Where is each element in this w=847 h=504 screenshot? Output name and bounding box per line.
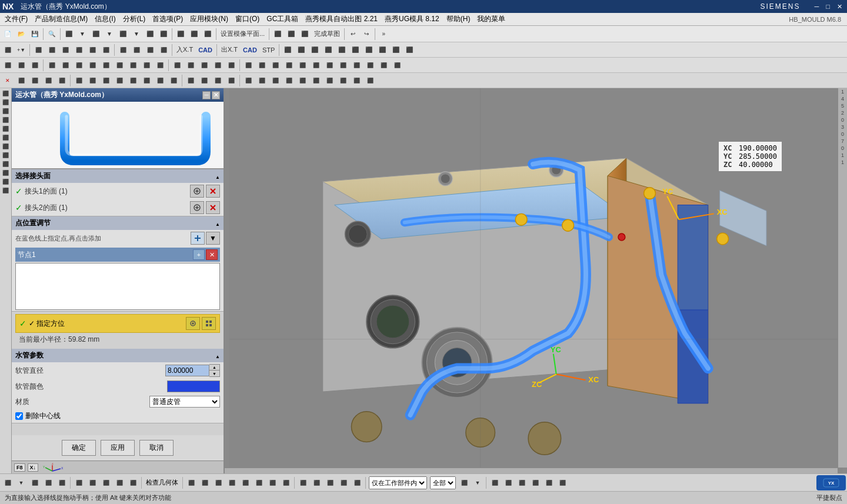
tb4-icon27[interactable]: ⬛ xyxy=(364,74,376,87)
tb3-icon16[interactable]: ⬛ xyxy=(211,59,224,72)
bt-more-icons3[interactable]: ⬛ xyxy=(515,476,528,489)
tb-icon6[interactable]: ▼ xyxy=(130,28,143,41)
sidebar-nav-6[interactable]: ⬛ xyxy=(1,133,10,142)
menu-prefs[interactable]: 首选项(P) xyxy=(149,13,186,25)
bt-more-icons1[interactable]: ⬛ xyxy=(488,476,501,489)
tb3-icon29[interactable]: ⬛ xyxy=(391,59,404,72)
face1-add-button[interactable] xyxy=(190,185,204,198)
sidebar-nav-8[interactable]: ⬛ xyxy=(1,151,10,159)
tb3-icon4[interactable]: ⬛ xyxy=(45,59,58,72)
tb4-icon1[interactable]: ✕ xyxy=(1,74,14,87)
tb4-icon18[interactable]: ⬛ xyxy=(242,74,255,87)
color-swatch[interactable] xyxy=(167,380,220,392)
confirm-button[interactable]: 确定 xyxy=(62,440,96,456)
bt-icon22[interactable]: ⬛ xyxy=(337,476,350,489)
bt-icon1[interactable]: ⬛ xyxy=(1,476,14,489)
tb3-icon9[interactable]: ⬛ xyxy=(113,59,126,72)
menu-file[interactable]: 文件(F) xyxy=(1,13,31,25)
apply-button[interactable]: 应用 xyxy=(101,440,135,456)
tb4-icon19[interactable]: ⬛ xyxy=(255,74,268,87)
filter-workpart-select[interactable]: 仅在工作部件内 整个装配 xyxy=(369,476,427,489)
select-face-header[interactable]: 选择接头面 xyxy=(12,169,224,183)
tb3-icon3[interactable]: ⬛ xyxy=(28,59,41,72)
tb2-icon1[interactable]: ⬛ xyxy=(1,44,14,56)
tb3-icon17[interactable]: ⬛ xyxy=(225,59,238,72)
tb4-icon15[interactable]: ⬛ xyxy=(198,74,211,87)
dialog-close[interactable]: ✕ xyxy=(212,91,220,99)
tb4-icon9[interactable]: ⬛ xyxy=(113,74,126,87)
tb3-icon23[interactable]: ⬛ xyxy=(309,59,322,72)
tb3-icon11[interactable]: ⬛ xyxy=(140,59,153,72)
tb4-icon8[interactable]: ⬛ xyxy=(99,74,112,87)
tb3-icon7[interactable]: ⬛ xyxy=(86,59,99,72)
sidebar-nav-12[interactable]: ⬛ xyxy=(1,186,10,195)
dialog-minimize[interactable]: ─ xyxy=(202,91,211,99)
bt-icon19[interactable]: ⬛ xyxy=(296,476,309,489)
face1-remove-button[interactable] xyxy=(206,185,220,198)
tb-view1[interactable]: ⬛ xyxy=(271,28,284,41)
tb2-more[interactable]: ⬛ xyxy=(281,44,294,56)
tb2-b5[interactable]: ⬛ xyxy=(86,44,99,56)
tb-view2[interactable]: ⬛ xyxy=(285,28,298,41)
tb4-icon3[interactable]: ⬛ xyxy=(28,74,41,87)
tb3-icon2[interactable]: ⬛ xyxy=(15,59,28,72)
bt-icon7[interactable]: ⬛ xyxy=(86,476,99,489)
menu-analyze[interactable]: 分析(L) xyxy=(119,13,149,25)
bt-icon13[interactable]: ⬛ xyxy=(212,476,225,489)
tb2-more5[interactable]: ⬛ xyxy=(335,44,348,56)
sidebar-nav-11[interactable]: ⬛ xyxy=(1,178,10,186)
tb2-b3[interactable]: ⬛ xyxy=(59,44,72,56)
diameter-down[interactable]: ▼ xyxy=(209,371,219,376)
restore-button[interactable]: □ xyxy=(823,2,832,11)
node-delete-button[interactable]: ✕ xyxy=(206,249,218,260)
tb3-icon21[interactable]: ⬛ xyxy=(282,59,295,72)
tb4-icon24[interactable]: ⬛ xyxy=(323,74,336,87)
tb3-icon1[interactable]: ⬛ xyxy=(1,59,14,72)
bt-more-icons5[interactable]: ⬛ xyxy=(542,476,555,489)
v-scrollbar[interactable]: 1 4 5 2 0 3 0 7 0 1 1 xyxy=(838,88,847,468)
bt-icon6[interactable]: ⬛ xyxy=(72,476,85,489)
bt-icon9[interactable]: ⬛ xyxy=(113,476,126,489)
menu-help[interactable]: 帮助(H) xyxy=(443,13,474,25)
tb4-icon2[interactable]: ⬛ xyxy=(15,74,28,87)
tb-icon5[interactable]: ⬛ xyxy=(116,28,129,41)
menu-gctoolbox[interactable]: GC工具箱 xyxy=(263,13,302,25)
filter-all-select[interactable]: 全部 实体 面 xyxy=(430,476,456,489)
tb2-more9[interactable]: ⬛ xyxy=(389,44,402,56)
tb2-icon2[interactable]: +▼ xyxy=(15,44,28,56)
bt-icon16[interactable]: ⬛ xyxy=(252,476,265,489)
tb-icon4[interactable]: ▼ xyxy=(103,28,116,41)
tb3-icon27[interactable]: ⬛ xyxy=(364,59,376,72)
tb3-icon25[interactable]: ⬛ xyxy=(336,59,349,72)
tb-new[interactable]: 📄 xyxy=(1,28,14,41)
bt-filter-icon[interactable]: ⬛ xyxy=(458,476,471,489)
sidebar-nav-3[interactable]: ⬛ xyxy=(1,107,10,115)
tb3-icon19[interactable]: ⬛ xyxy=(255,59,268,72)
bt-more-icons6[interactable]: ⬛ xyxy=(556,476,569,489)
tb4-icon7[interactable]: ⬛ xyxy=(86,74,99,87)
delete-center-checkbox[interactable] xyxy=(15,412,23,420)
tb-undo[interactable]: ↩ xyxy=(346,28,359,41)
tb4-icon10[interactable]: ⬛ xyxy=(126,74,139,87)
tb3-icon10[interactable]: ⬛ xyxy=(126,59,139,72)
tb3-icon8[interactable]: ⬛ xyxy=(99,59,112,72)
h-scrollbar[interactable] xyxy=(225,468,838,473)
tb2-b6[interactable]: ⬛ xyxy=(99,44,112,56)
tb4-icon13[interactable]: ⬛ xyxy=(167,74,180,87)
sidebar-nav-9[interactable]: ⬛ xyxy=(1,160,10,168)
tb4-icon20[interactable]: ⬛ xyxy=(269,74,282,87)
node-add-button[interactable]: + xyxy=(193,249,205,260)
pipe-params-header[interactable]: 水管参数 xyxy=(12,349,224,362)
tb4-icon5[interactable]: ⬛ xyxy=(55,74,68,87)
menu-yanxiu-auto[interactable]: 燕秀模具自动出图 2.21 xyxy=(302,13,381,25)
tb-icon11[interactable]: ⬛ xyxy=(201,28,214,41)
tb3-icon14[interactable]: ⬛ xyxy=(184,59,197,72)
f8-key[interactable]: F8 xyxy=(14,463,25,472)
bt-icon11[interactable]: ⬛ xyxy=(185,476,198,489)
sidebar-nav-1[interactable]: ⬛ xyxy=(1,89,10,98)
tb3-icon13[interactable]: ⬛ xyxy=(171,59,184,72)
bt-icon12[interactable]: ⬛ xyxy=(198,476,211,489)
tb3-icon5[interactable]: ⬛ xyxy=(59,59,72,72)
tb2-more2[interactable]: ⬛ xyxy=(295,44,308,56)
tb4-icon25[interactable]: ⬛ xyxy=(336,74,349,87)
